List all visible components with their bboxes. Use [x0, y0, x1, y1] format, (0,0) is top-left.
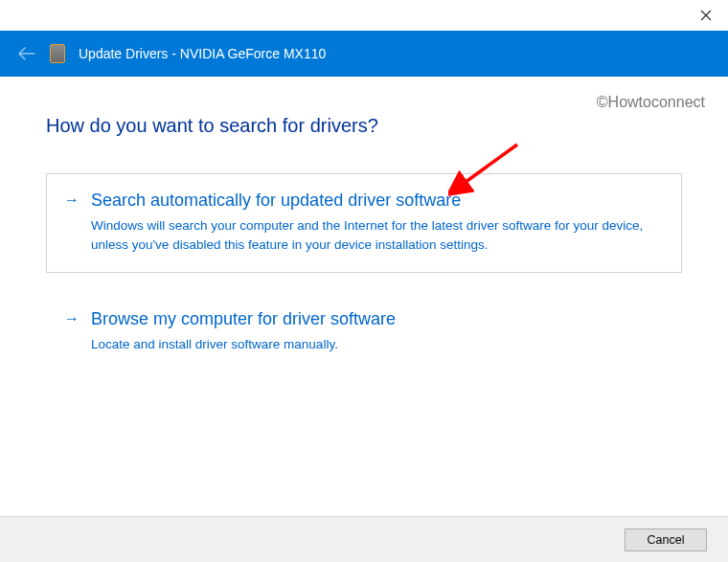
option-title: Search automatically for updated driver …: [91, 188, 664, 213]
arrow-right-icon: →: [64, 188, 80, 255]
page-heading: How do you want to search for drivers?: [46, 115, 682, 137]
header-title: Update Drivers - NVIDIA GeForce MX110: [79, 46, 326, 61]
content-area: How do you want to search for drivers? →…: [0, 77, 728, 372]
device-icon: [50, 44, 65, 63]
back-button[interactable]: [17, 44, 36, 63]
arrow-left-icon: [18, 47, 35, 60]
option-browse-computer[interactable]: → Browse my computer for driver software…: [46, 292, 682, 372]
close-button[interactable]: [684, 0, 728, 31]
cancel-button[interactable]: Cancel: [625, 528, 707, 551]
option-title: Browse my computer for driver software: [91, 306, 664, 331]
titlebar: [0, 0, 728, 31]
option-body: Search automatically for updated driver …: [91, 188, 664, 255]
option-body: Browse my computer for driver software L…: [91, 306, 664, 354]
footer: Cancel: [0, 516, 728, 562]
close-icon: [700, 10, 712, 21]
option-search-automatically[interactable]: → Search automatically for updated drive…: [46, 173, 682, 273]
option-description: Locate and install driver software manua…: [91, 335, 664, 354]
wizard-header: Update Drivers - NVIDIA GeForce MX110: [0, 31, 728, 77]
watermark: ©Howtoconnect: [597, 94, 705, 111]
option-description: Windows will search your computer and th…: [91, 216, 664, 255]
arrow-right-icon: →: [64, 306, 80, 354]
